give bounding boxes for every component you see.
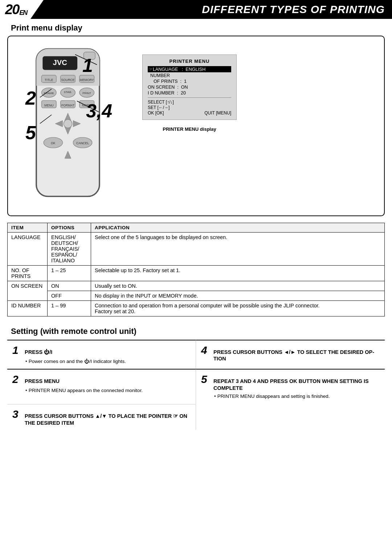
step-4-header: 4 PRESS CURSOR BUTTONS ◄/► TO SELECT THE…: [201, 344, 380, 363]
svg-text:MEMORY: MEMORY: [80, 78, 94, 82]
pm-controls: SELECT [↑/↓] SET [←/→] OK [OK] QUIT [MEN…: [148, 100, 231, 116]
pm-row-idnumber: I D NUMBER : 20: [148, 90, 231, 96]
svg-text:FRAME: FRAME: [44, 92, 54, 95]
step-5-block: 5 REPEAT 3 AND 4 AND PRESS OK BUTTON WHE…: [196, 369, 385, 404]
svg-text:CANCEL: CANCEL: [76, 141, 89, 145]
table-row: ON SCREEN ON Usually set to ON.: [8, 281, 385, 291]
td-options-on: ON: [48, 281, 91, 291]
svg-text:TITLE: TITLE: [45, 78, 53, 82]
step-2-body: PRINTER MENU appears on the connected mo…: [12, 387, 191, 394]
step-3-title: PRESS CURSOR BUTTONS ▲/▼ TO PLACE THE PO…: [25, 413, 191, 427]
pm-title: PRINTER MENU: [148, 58, 231, 64]
table-row: LANGUAGE ENGLISH/DEUTSCH/FRANÇAIS/ESPAÑO…: [8, 232, 385, 265]
diagram-label-34: 3,4: [86, 100, 112, 122]
step-2-title: PRESS MENU: [25, 378, 60, 385]
td-app-idnum: Connection to and operation from a perso…: [91, 300, 385, 316]
step-1-block: 1 PRESS ⏻/I Power comes on and the ⏻/I i…: [7, 340, 196, 369]
svg-point-28: [64, 120, 72, 128]
svg-text:STAB.: STAB.: [64, 90, 72, 94]
step-4-block: 4 PRESS CURSOR BUTTONS ◄/► TO SELECT THE…: [196, 340, 385, 369]
svg-text:FORMAT: FORMAT: [61, 104, 75, 107]
pm-ok-ctrl: OK [OK]: [148, 110, 164, 116]
step-5-num: 5: [201, 373, 211, 386]
steps-grid: 1 PRESS ⏻/I Power comes on and the ⏻/I i…: [7, 340, 385, 430]
page-header: 20 EN DIFFERENT TYPES OF PRINTING: [0, 0, 392, 19]
svg-text:OK: OK: [51, 141, 56, 145]
header-divider: [30, 0, 44, 19]
setting-section-title: Setting (with remote control unit): [0, 323, 392, 340]
pm-row-number: NUMBER: [148, 73, 231, 78]
step-5-title: REPEAT 3 AND 4 AND PRESS OK BUTTON WHEN …: [213, 378, 380, 392]
pm-row-onscreen: ON SCREEN : ON: [148, 85, 231, 90]
td-item-idnum: ID NUMBER: [8, 300, 48, 316]
step-3-block: 3 PRESS CURSOR BUTTONS ▲/▼ TO PLACE THE …: [7, 404, 196, 430]
svg-text:JVC: JVC: [53, 58, 68, 66]
step-5-header: 5 REPEAT 3 AND 4 AND PRESS OK BUTTON WHE…: [201, 373, 380, 392]
table-row: NO. OF PRINTS 1 – 25 Selectable up to 25…: [8, 265, 385, 281]
svg-text:SOURCE: SOURCE: [61, 78, 74, 82]
step-3-header: 3 PRESS CURSOR BUTTONS ▲/▼ TO PLACE THE …: [12, 408, 191, 427]
page-number-block: 20 EN: [0, 0, 30, 19]
pm-caption: PRINTER MENU display: [142, 126, 237, 132]
step-5-bullet: PRINTER MENU disappears and setting is f…: [214, 393, 380, 400]
diagram-label-1: 1: [82, 55, 93, 76]
options-table: Item Options Application LANGUAGE ENGLIS…: [7, 223, 385, 316]
th-options: Options: [48, 223, 91, 232]
pm-row-language: ☞LANGUAGE : ENGLISH: [148, 66, 231, 72]
step-2-header: 2 PRESS MENU: [12, 373, 191, 386]
td-app-language: Select one of the 5 languages to be disp…: [91, 232, 385, 265]
step-1-header: 1 PRESS ⏻/I: [12, 344, 191, 356]
td-options-prints: 1 – 25: [48, 265, 91, 281]
diagram-box: JVC TITLE SOURCE MEMORY FRAME STAB. PRIN…: [7, 36, 385, 216]
pm-set-ctrl: SET [←/→]: [148, 105, 170, 110]
step-5-body: PRINTER MENU disappears and setting is f…: [201, 393, 380, 400]
printer-menu-display-box: PRINTER MENU ☞LANGUAGE : ENGLISH NUMBER …: [142, 55, 237, 120]
print-menu-section-title: Print menu display: [0, 19, 392, 36]
td-options-idnum: 1 – 99: [48, 300, 91, 316]
diagram-label-5: 5: [25, 122, 36, 144]
svg-text:MENU: MENU: [44, 104, 54, 107]
table-row: OFF No display in the INPUT or MEMORY mo…: [8, 291, 385, 300]
options-table-wrapper: Item Options Application LANGUAGE ENGLIS…: [7, 223, 385, 316]
td-options-language: ENGLISH/DEUTSCH/FRANÇAIS/ESPAÑOL/ITALIAN…: [48, 232, 91, 265]
step-1-bullet: Power comes on and the ⏻/I indicator lig…: [25, 358, 191, 365]
td-item-prints: NO. OF PRINTS: [8, 265, 48, 281]
th-item: Item: [8, 223, 48, 232]
pm-quit-ctrl: QUIT [MENU]: [204, 110, 231, 116]
pm-row-prints: OF PRINTS : 1: [154, 79, 231, 84]
td-item-onscreen: ON SCREEN: [8, 281, 48, 300]
printer-menu-panel: PRINTER MENU ☞LANGUAGE : ENGLISH NUMBER …: [142, 47, 237, 132]
page-suffix: EN: [19, 9, 27, 19]
step-1-title: PRESS ⏻/I: [25, 349, 52, 356]
diagram-label-2: 2: [25, 87, 36, 109]
step-2-bullet: PRINTER MENU appears on the connected mo…: [25, 387, 191, 394]
step-1-num: 1: [12, 344, 23, 356]
page-title: DIFFERENT TYPES OF PRINTING: [44, 0, 392, 19]
step-3-num: 3: [12, 408, 23, 420]
td-app-on: Usually set to ON.: [91, 281, 385, 291]
step-4-title: PRESS CURSOR BUTTONS ◄/► TO SELECT THE D…: [213, 349, 380, 363]
page-number: 20: [5, 2, 19, 17]
remote-area: JVC TITLE SOURCE MEMORY FRAME STAB. PRIN…: [15, 44, 131, 208]
td-options-off: OFF: [48, 291, 91, 300]
step-2-block: 2 PRESS MENU PRINTER MENU appears on the…: [7, 369, 196, 404]
step-1-body: Power comes on and the ⏻/I indicator lig…: [12, 358, 191, 365]
th-application: Application: [91, 223, 385, 232]
td-app-off: No display in the INPUT or MEMORY mode.: [91, 291, 385, 300]
td-app-prints: Selectable up to 25. Factory set at 1.: [91, 265, 385, 281]
step-2-num: 2: [12, 373, 23, 386]
td-item-language: LANGUAGE: [8, 232, 48, 265]
svg-text:PRINT: PRINT: [82, 92, 91, 95]
pm-select-ctrl: SELECT [↑/↓]: [148, 100, 174, 105]
table-row: ID NUMBER 1 – 99 Connection to and opera…: [8, 300, 385, 316]
step-4-num: 4: [201, 344, 211, 356]
